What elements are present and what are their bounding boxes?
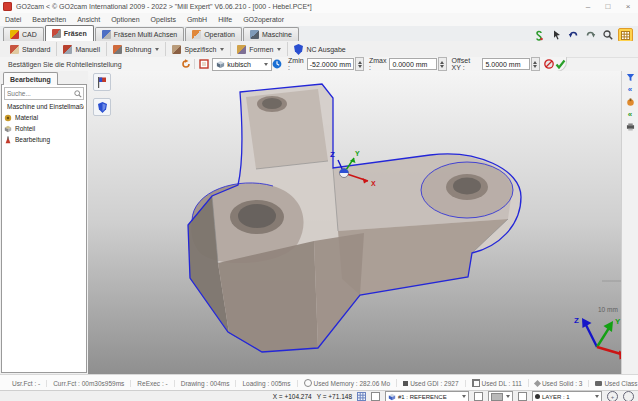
- menu-optionen[interactable]: Optionen: [111, 16, 139, 23]
- pointer-icon[interactable]: [550, 29, 563, 41]
- coordinate-bar: X = +104.274 Y = +71.148 #1 : REFERENCE …: [0, 390, 638, 401]
- tab-maschine[interactable]: Maschine: [243, 27, 299, 41]
- subtab-spezifisch[interactable]: Spezifisch: [166, 42, 231, 56]
- menu-datei[interactable]: Datei: [5, 16, 21, 23]
- menu-hilfe[interactable]: Hilfe: [218, 16, 232, 23]
- snap-icon[interactable]: [533, 29, 546, 41]
- zmin-label: Zmin :: [288, 57, 305, 71]
- fraesen-tab-icon: [52, 29, 61, 38]
- cancel-icon: [544, 59, 554, 69]
- tree-item-bearbeitung[interactable]: Bearbeitung: [4, 134, 84, 145]
- zoom-window-button[interactable]: +: [607, 391, 618, 401]
- subtab-standard-label: Standard: [22, 46, 50, 53]
- zmax-stepper[interactable]: [438, 57, 447, 71]
- reload-stock-icon[interactable]: [180, 58, 191, 70]
- zmin-stepper[interactable]: [355, 57, 364, 71]
- tab-operation[interactable]: Operation: [185, 27, 242, 41]
- origin-x-label: X: [371, 180, 376, 187]
- zmax-field[interactable]: 0.0000 mm: [389, 58, 436, 70]
- offset-xy-stepper[interactable]: [531, 57, 540, 71]
- right-strip: « «: [621, 71, 638, 374]
- chevron-down-icon: [155, 48, 159, 51]
- color-select[interactable]: [488, 391, 513, 401]
- tree-item-label: Maschine und Einstellmaße: [7, 103, 84, 110]
- undo-icon[interactable]: [567, 29, 580, 41]
- tab-fraesen[interactable]: Fräsen: [45, 25, 94, 41]
- subtab-standard[interactable]: Standard: [4, 42, 57, 56]
- cursor-y: Y = +71.148: [317, 393, 352, 400]
- sidebar-tab-bearbeitung[interactable]: Bearbeitung: [3, 72, 58, 85]
- cancel-button[interactable]: [544, 58, 555, 70]
- subtab-spezifisch-label: Spezifisch: [184, 46, 216, 53]
- layer-select[interactable]: LAYER : 1: [532, 391, 602, 401]
- menu-opelists[interactable]: Opelists: [151, 16, 176, 23]
- view-toolbar-top: [533, 28, 633, 42]
- search-box[interactable]: [4, 87, 84, 100]
- class-icon: [595, 381, 602, 386]
- memory-icon: [304, 379, 312, 387]
- tab-cad[interactable]: CAD: [3, 27, 44, 41]
- subtab-nc-ausgabe[interactable]: NC Ausgabe: [288, 42, 351, 56]
- subtab-formen[interactable]: Formen: [231, 42, 288, 56]
- print-panel-button[interactable]: [626, 123, 635, 131]
- subtab-manuell[interactable]: Manuell: [57, 42, 107, 56]
- app-icon: [3, 2, 12, 11]
- color-checkbox[interactable]: [518, 392, 527, 401]
- magnifier-icon-glyph: [603, 30, 613, 40]
- layer-value: LAYER : 1: [542, 394, 592, 400]
- chevron-down-icon: [264, 63, 268, 66]
- minimize-button[interactable]: –: [578, 0, 598, 13]
- collapse-left-icon[interactable]: «: [628, 86, 632, 94]
- stock-box-icon[interactable]: [198, 58, 209, 70]
- operation-tab-icon: [192, 30, 201, 39]
- numeric-pad-icon[interactable]: [618, 28, 633, 42]
- 3d-viewport[interactable]: X Y Z 10 mm Z: [88, 71, 622, 374]
- history-icon[interactable]: [272, 58, 283, 70]
- stock-icon: [4, 125, 12, 133]
- stock-box-glyph: [199, 59, 209, 69]
- search-input[interactable]: [5, 90, 74, 97]
- collapse-left-green-icon[interactable]: «: [628, 111, 632, 119]
- stock-shape-select[interactable]: kubisch: [212, 58, 272, 71]
- close-button[interactable]: ×: [618, 0, 638, 13]
- grid-checkbox[interactable]: [371, 392, 380, 401]
- redo-icon[interactable]: [584, 29, 597, 41]
- tree-item-label: Rohteil: [15, 125, 35, 132]
- cube-icon: [388, 393, 396, 401]
- color-swatch: [491, 393, 503, 401]
- shield-icon: [98, 102, 107, 113]
- history-icon-glyph: [272, 59, 282, 69]
- offset-xy-field[interactable]: 5.0000 mm: [482, 58, 529, 70]
- divider: [194, 59, 195, 69]
- maximize-button[interactable]: □: [598, 0, 618, 13]
- status-reexec: ReExec : -: [131, 380, 174, 387]
- tab-fraesen-label: Fräsen: [64, 30, 87, 37]
- tool-panel-button[interactable]: [626, 98, 635, 107]
- subtab-bohrung[interactable]: Bohrung: [107, 42, 166, 56]
- layer-dot-icon: [535, 394, 540, 399]
- view-sphere-button[interactable]: [623, 391, 634, 401]
- menu-gmbh[interactable]: GmbH: [187, 16, 207, 23]
- flag-button[interactable]: [93, 73, 111, 91]
- reference-checkbox[interactable]: [474, 392, 483, 401]
- status-used-solid-text: Used Solid : 3: [542, 380, 582, 387]
- prompt-bar: Bestätigen Sie die Rohteileinstellung ku…: [0, 57, 567, 72]
- menu-bearbeiten[interactable]: Bearbeiten: [32, 16, 66, 23]
- nc-shield-button[interactable]: [93, 98, 111, 116]
- zmin-field[interactable]: -52.0000 mm: [307, 58, 354, 70]
- subtab-nc-label: NC Ausgabe: [306, 46, 345, 53]
- confirm-button[interactable]: [555, 58, 566, 70]
- tree-item-maschine[interactable]: Maschine und Einstellmaße: [4, 101, 84, 112]
- status-used-gdi-text: Used GDI : 2927: [410, 380, 458, 387]
- reference-select[interactable]: #1 : REFERENCE: [385, 391, 469, 401]
- grid-button[interactable]: [357, 392, 366, 401]
- menu-go2operator[interactable]: GO2operator: [243, 16, 284, 23]
- filter-button[interactable]: [626, 73, 635, 82]
- menu-ansicht[interactable]: Ansicht: [77, 16, 100, 23]
- viewport-float-buttons: [93, 73, 111, 116]
- zoom-search-icon[interactable]: [601, 29, 614, 41]
- tree-item-rohteil[interactable]: Rohteil: [4, 123, 84, 134]
- tab-fraesen-multi-achsen[interactable]: Fräsen Multi Achsen: [95, 27, 184, 41]
- nav-z-label: Z: [574, 316, 579, 325]
- tree-item-material[interactable]: Material: [4, 112, 84, 123]
